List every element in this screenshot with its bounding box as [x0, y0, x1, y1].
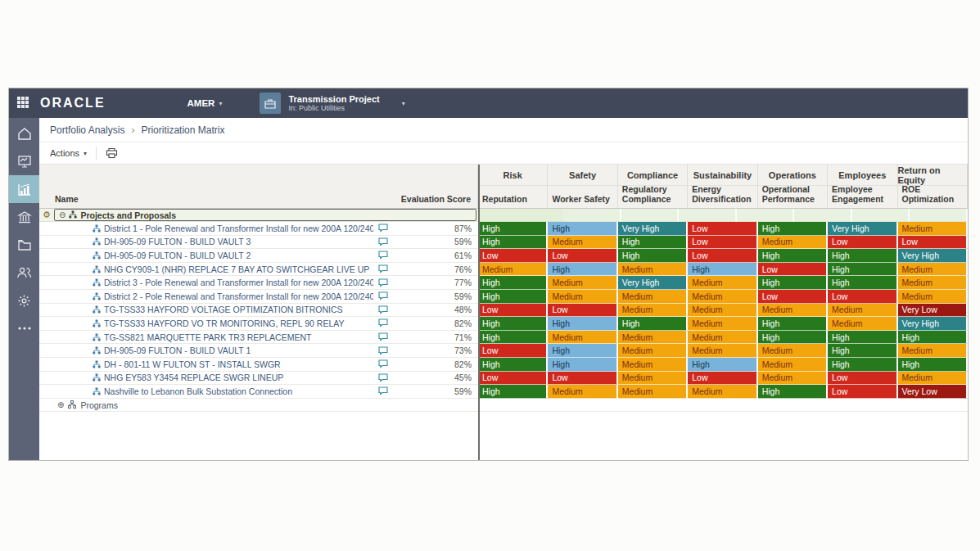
table-row[interactable]: Nashville to Lebanon Bulk Substation Con… [39, 385, 968, 399]
rating-cell[interactable]: Medium [898, 222, 968, 236]
rating-cell[interactable]: High [758, 222, 828, 236]
project-name-cell[interactable]: District 2 - Pole Renewal and Transforme… [39, 291, 373, 301]
sidebar-item-settings[interactable] [9, 287, 39, 314]
rating-cell[interactable]: High [478, 236, 548, 250]
rating-cell[interactable]: Low [478, 372, 548, 386]
rating-cell[interactable]: High [548, 358, 617, 372]
rating-cell[interactable]: Medium [618, 372, 688, 386]
rating-cell[interactable]: High [478, 385, 548, 399]
rating-cell[interactable]: Medium [618, 331, 688, 345]
comment-bubble-icon[interactable] [373, 359, 393, 368]
rating-cell[interactable]: Low [828, 385, 897, 399]
comment-bubble-icon[interactable] [373, 291, 393, 300]
comment-bubble-icon[interactable] [373, 305, 393, 314]
app-grid-icon[interactable] [17, 97, 30, 110]
expand-icon[interactable]: ⊕ [57, 401, 64, 409]
rating-cell[interactable]: Medium [618, 344, 688, 358]
rating-cell[interactable]: Low [548, 372, 617, 386]
matrix-column-header[interactable]: OperationsOperational Performance [758, 165, 828, 208]
sidebar-item-portfolio-analysis[interactable] [9, 175, 39, 203]
rating-cell[interactable]: High [828, 249, 897, 263]
breadcrumb-portfolio-analysis[interactable]: Portfolio Analysis [50, 124, 124, 136]
rating-cell[interactable]: Low [828, 372, 897, 386]
rating-cell[interactable]: High [478, 222, 548, 236]
pane-splitter[interactable] [478, 165, 480, 460]
rating-cell[interactable]: Low [548, 304, 617, 318]
group-row-programs[interactable]: ⊕ Programs [39, 399, 968, 413]
project-name-cell[interactable]: TG-TSS33 HAYFORD VOLTAGE OPTIMIZATION BI… [39, 305, 373, 314]
project-name-cell[interactable]: DH-905-09 FULTON - BUILD VAULT 2 [39, 251, 373, 260]
group-row-projects-and-proposals[interactable]: ⚙ ⊖ Projects and Proposals [39, 209, 968, 222]
project-name-cell[interactable]: DH-905-09 FULTON - BUILD VAULT 1 [39, 346, 373, 355]
rating-cell[interactable]: High [478, 290, 548, 304]
rating-cell[interactable]: Medium [548, 290, 617, 304]
rating-cell[interactable]: Medium [548, 236, 617, 250]
table-row[interactable]: TG-SS821 MARQUETTE PARK TR3 REPLACEMENT7… [39, 331, 968, 345]
rating-cell[interactable]: Low [688, 249, 757, 263]
rating-cell[interactable]: High [758, 249, 828, 263]
rating-cell[interactable]: High [898, 331, 968, 345]
rating-cell[interactable]: Low [688, 222, 757, 236]
rating-cell[interactable]: Low [548, 249, 617, 263]
comment-bubble-icon[interactable] [373, 251, 393, 260]
sidebar-item-resources[interactable] [9, 259, 39, 287]
group-row-selection[interactable]: ⊖ Projects and Proposals [54, 209, 476, 221]
actions-menu-button[interactable]: Actions ▾ [50, 148, 87, 158]
rating-cell[interactable]: High [758, 276, 828, 290]
rating-cell[interactable]: Medium [618, 385, 688, 399]
rating-cell[interactable]: Medium [688, 276, 757, 290]
rating-cell[interactable]: Medium [618, 290, 688, 304]
rating-cell[interactable]: High [618, 249, 688, 263]
rating-cell[interactable]: Low [478, 344, 548, 358]
project-name-cell[interactable]: TG-TSS33 HAYFORD VO TR MONITORING, REPL … [39, 318, 373, 328]
comment-bubble-icon[interactable] [373, 237, 393, 246]
comment-bubble-icon[interactable] [373, 346, 393, 355]
rating-cell[interactable]: Medium [898, 263, 968, 277]
rating-cell[interactable]: High [478, 276, 548, 290]
project-name-cell[interactable]: District 1 - Pole Renewal and Transforme… [39, 224, 373, 233]
rating-cell[interactable]: Medium [898, 276, 968, 290]
rating-cell[interactable]: Low [688, 236, 757, 250]
rating-cell[interactable]: Low [688, 372, 757, 386]
rating-cell[interactable]: Very High [898, 249, 968, 263]
rating-cell[interactable]: High [828, 331, 897, 345]
table-row[interactable]: District 3 - Pole Renewal and Transforme… [39, 276, 968, 290]
sidebar-item-funds[interactable] [9, 203, 39, 231]
rating-cell[interactable]: High [618, 317, 688, 331]
rating-cell[interactable]: High [478, 317, 548, 331]
rating-cell[interactable]: High [548, 263, 617, 277]
rating-cell[interactable]: Medium [478, 263, 548, 277]
region-selector[interactable]: AMER ▾ [187, 98, 223, 108]
rating-cell[interactable]: Low [898, 236, 968, 250]
project-name-cell[interactable]: NHG CY909-1 (NHR) REPLACE 7 BAY ATO SWIT… [39, 264, 373, 274]
rating-cell[interactable]: High [758, 385, 828, 399]
rating-cell[interactable]: High [548, 317, 617, 331]
rating-cell[interactable]: Medium [548, 276, 617, 290]
rating-cell[interactable]: High [898, 358, 968, 372]
project-name-cell[interactable]: DH-905-09 FULTON - BUILD VAULT 3 [39, 237, 373, 246]
rating-cell[interactable]: Medium [688, 344, 757, 358]
rating-cell[interactable]: High [828, 276, 897, 290]
rating-cell[interactable]: Medium [758, 304, 828, 318]
rating-cell[interactable]: High [548, 222, 617, 236]
comment-bubble-icon[interactable] [373, 264, 393, 273]
matrix-column-header[interactable]: EmployeesEmployee Engagement [828, 165, 897, 208]
project-name-cell[interactable]: Nashville to Lebanon Bulk Substation Con… [39, 386, 373, 396]
table-row[interactable]: District 2 - Pole Renewal and Transforme… [39, 290, 968, 304]
rating-cell[interactable]: Medium [758, 372, 828, 386]
sidebar-item-dashboard[interactable] [9, 147, 39, 175]
print-button[interactable] [106, 147, 118, 159]
table-row[interactable]: DH-905-09 FULTON - BUILD VAULT 261%LowLo… [39, 249, 968, 263]
sidebar-item-projects[interactable] [9, 231, 39, 259]
table-row[interactable]: DH-905-09 FULTON - BUILD VAULT 173%LowHi… [39, 344, 968, 358]
rating-cell[interactable]: Medium [618, 358, 688, 372]
matrix-column-header[interactable]: ComplianceRegulatory Compliance [618, 165, 688, 208]
comment-bubble-icon[interactable] [373, 386, 393, 395]
rating-cell[interactable]: Low [758, 263, 828, 277]
comment-bubble-icon[interactable] [373, 318, 393, 327]
table-row[interactable]: DH - 801-11 W FULTON ST - INSTALL SWGR82… [39, 358, 968, 372]
rating-cell[interactable]: Very High [618, 276, 688, 290]
comment-bubble-icon[interactable] [373, 224, 393, 233]
rating-cell[interactable]: Medium [688, 331, 757, 345]
rating-cell[interactable]: Very Low [898, 304, 968, 318]
